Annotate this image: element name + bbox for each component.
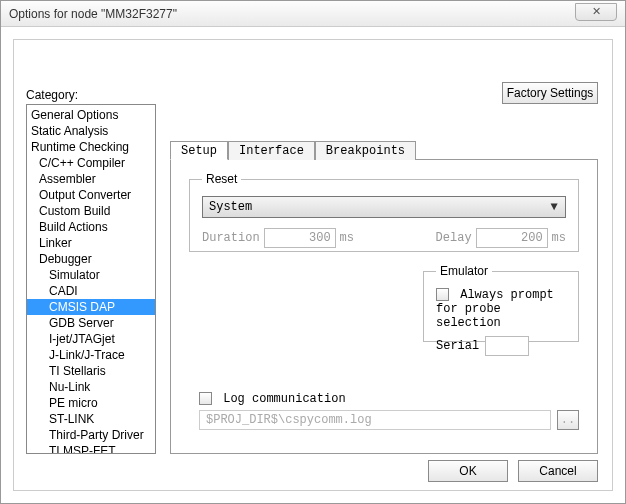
client-area: Category: General OptionsStatic Analysis… bbox=[13, 39, 613, 491]
always-prompt-row: Always prompt for probe selection bbox=[436, 288, 566, 330]
category-item[interactable]: Debugger bbox=[27, 251, 155, 267]
category-item[interactable]: Runtime Checking bbox=[27, 139, 155, 155]
emulator-legend: Emulator bbox=[436, 264, 492, 278]
category-item[interactable]: GDB Server bbox=[27, 315, 155, 331]
duration-unit: ms bbox=[340, 231, 354, 245]
reset-legend: Reset bbox=[202, 172, 241, 186]
category-item[interactable]: ST-LINK bbox=[27, 411, 155, 427]
factory-settings-button[interactable]: Factory Settings bbox=[502, 82, 598, 104]
log-checkbox[interactable] bbox=[199, 392, 212, 405]
category-item[interactable]: Nu-Link bbox=[27, 379, 155, 395]
tab-strip: SetupInterfaceBreakpoints bbox=[170, 140, 598, 160]
category-item[interactable]: C/C++ Compiler bbox=[27, 155, 155, 171]
category-item[interactable]: Output Converter bbox=[27, 187, 155, 203]
tab-breakpoints[interactable]: Breakpoints bbox=[315, 141, 416, 160]
category-item[interactable]: Simulator bbox=[27, 267, 155, 283]
category-item[interactable]: TI Stellaris bbox=[27, 363, 155, 379]
serial-input[interactable] bbox=[485, 336, 529, 356]
setup-panel: Reset System ▼ Duration 300 ms Delay 200… bbox=[170, 160, 598, 454]
chevron-down-icon: ▼ bbox=[547, 200, 561, 214]
emulator-group: Emulator Always prompt for probe selecti… bbox=[423, 264, 579, 342]
category-item[interactable]: I-jet/JTAGjet bbox=[27, 331, 155, 347]
tab-setup[interactable]: Setup bbox=[170, 141, 228, 160]
titlebar: Options for node "MM32F3277" ✕ bbox=[1, 1, 625, 27]
category-item[interactable]: Static Analysis bbox=[27, 123, 155, 139]
duration-label: Duration bbox=[202, 231, 260, 245]
category-label: Category: bbox=[26, 88, 78, 102]
category-item[interactable]: CMSIS DAP bbox=[27, 299, 155, 315]
browse-button[interactable]: .. bbox=[557, 410, 579, 430]
options-dialog: Options for node "MM32F3277" ✕ Category:… bbox=[0, 0, 626, 504]
category-item[interactable]: PE micro bbox=[27, 395, 155, 411]
category-item[interactable]: Custom Build bbox=[27, 203, 155, 219]
dialog-buttons: OK Cancel bbox=[428, 460, 598, 482]
always-prompt-label: Always prompt for probe selection bbox=[436, 288, 554, 330]
always-prompt-checkbox[interactable] bbox=[436, 288, 449, 301]
category-item[interactable]: TI MSP-FET bbox=[27, 443, 155, 454]
delay-input[interactable]: 200 bbox=[476, 228, 548, 248]
cancel-button[interactable]: Cancel bbox=[518, 460, 598, 482]
category-item[interactable]: Third-Party Driver bbox=[27, 427, 155, 443]
serial-label: Serial bbox=[436, 339, 479, 353]
log-path-input[interactable]: $PROJ_DIR$\cspycomm.log bbox=[199, 410, 551, 430]
duration-delay-row: Duration 300 ms Delay 200 ms bbox=[202, 228, 566, 248]
category-list[interactable]: General OptionsStatic AnalysisRuntime Ch… bbox=[26, 104, 156, 454]
delay-unit: ms bbox=[552, 231, 566, 245]
tab-interface[interactable]: Interface bbox=[228, 141, 315, 160]
reset-select[interactable]: System ▼ bbox=[202, 196, 566, 218]
ok-button[interactable]: OK bbox=[428, 460, 508, 482]
window-title: Options for node "MM32F3277" bbox=[9, 7, 575, 21]
duration-input[interactable]: 300 bbox=[264, 228, 336, 248]
delay-label: Delay bbox=[436, 231, 472, 245]
log-section: Log communication $PROJ_DIR$\cspycomm.lo… bbox=[199, 392, 579, 430]
close-icon[interactable]: ✕ bbox=[575, 3, 617, 21]
reset-value: System bbox=[209, 200, 252, 214]
category-item[interactable]: CADI bbox=[27, 283, 155, 299]
log-label: Log communication bbox=[223, 392, 345, 406]
category-item[interactable]: Assembler bbox=[27, 171, 155, 187]
category-item[interactable]: J-Link/J-Trace bbox=[27, 347, 155, 363]
category-item[interactable]: General Options bbox=[27, 107, 155, 123]
category-item[interactable]: Linker bbox=[27, 235, 155, 251]
category-item[interactable]: Build Actions bbox=[27, 219, 155, 235]
reset-group: Reset System ▼ Duration 300 ms Delay 200… bbox=[189, 172, 579, 252]
